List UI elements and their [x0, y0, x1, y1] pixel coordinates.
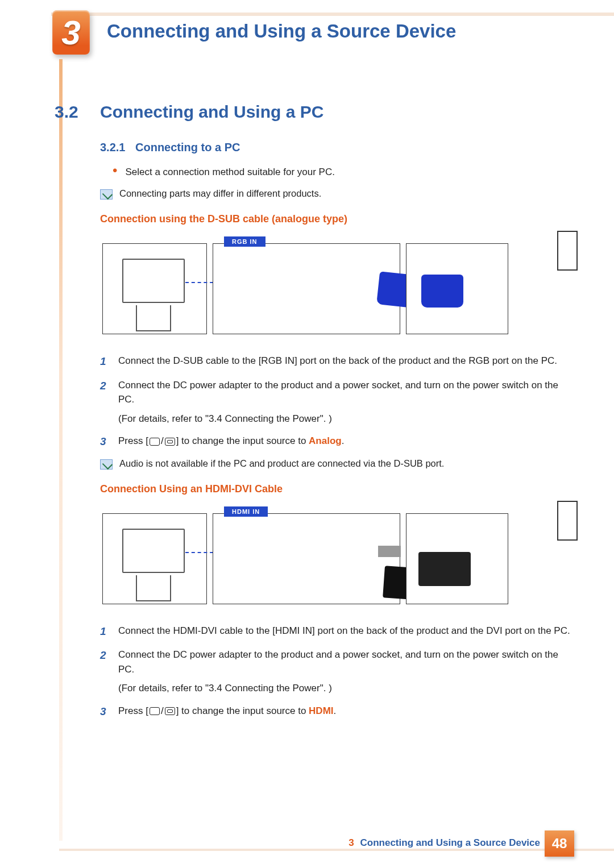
chapter-badge: 3 [52, 10, 90, 55]
chapter-title: Connecting and Using a Source Device [107, 20, 456, 42]
step-fragment: . [334, 705, 337, 716]
monitor-stand-icon [136, 575, 171, 601]
subsection-number: 3.2.1 [100, 141, 135, 154]
note-icon [100, 189, 113, 200]
step-item: 3 Press [/] to change the input source t… [100, 434, 574, 450]
subsection-heading: 3.2.1 Connecting to a PC [100, 141, 574, 154]
step-item: 1 Connect the HDMI-DVI cable to the [HDM… [100, 624, 574, 640]
subsection-title: Connecting to a PC [135, 141, 240, 154]
step-text: Connect the D-SUB cable to the [RGB IN] … [118, 354, 557, 370]
note-icon [100, 459, 113, 470]
step-text-line: Connect the DC power adapter to the prod… [118, 649, 558, 675]
step-subtext: (For details, refer to "3.4 Connecting t… [118, 681, 574, 696]
step-item: 2 Connect the DC power adapter to the pr… [100, 378, 574, 426]
keyword: Analog [309, 435, 342, 446]
step-fragment: Press [ [118, 705, 148, 716]
footer-chapter-title: Connecting and Using a Source Device [360, 837, 540, 848]
footer-chapter-number: 3 [349, 837, 354, 848]
note-row: Connecting parts may differ in different… [100, 188, 574, 200]
dsub-connector-icon [421, 275, 463, 308]
port-label-hdmi: HDMI IN [224, 506, 268, 517]
monitor-icon [122, 529, 185, 573]
steps-list-b: 1 Connect the HDMI-DVI cable to the [HDM… [100, 624, 574, 720]
step-text: Press [/] to change the input source to … [118, 434, 344, 450]
section-heading: 3.2 Connecting and Using a PC [55, 102, 574, 122]
step-item: 2 Connect the DC power adapter to the pr… [100, 647, 574, 696]
figure-dsub: RGB IN [100, 238, 574, 340]
step-fragment: / [161, 705, 164, 716]
figure-hdmi-dvi: HDMI IN [100, 508, 574, 610]
step-number: 1 [100, 624, 118, 640]
step-item: 1 Connect the D-SUB cable to the [RGB IN… [100, 354, 574, 370]
keyword: HDMI [309, 705, 333, 716]
hdmi-tip-icon [378, 546, 401, 557]
method-a-heading: Connection using the D-SUB cable (analog… [100, 213, 574, 225]
source-button-icon [165, 438, 175, 446]
figure-cable-box [213, 243, 400, 334]
note-text: Audio is not available if the PC and pro… [119, 458, 444, 469]
step-text-line: Connect the DC power adapter to the prod… [118, 380, 558, 405]
note-text: Connecting parts may differ in different… [119, 188, 321, 199]
bullet-item: • Select a connection method suitable fo… [113, 167, 574, 178]
step-text: Press [/] to change the input source to … [118, 704, 336, 720]
figure-monitor-box [102, 513, 207, 604]
source-button-icon [150, 707, 160, 715]
monitor-icon [122, 259, 185, 303]
step-text: Connect the DC power adapter to the prod… [118, 378, 574, 426]
step-text: Connect the HDMI-DVI cable to the [HDMI … [118, 624, 570, 640]
footer-divider [59, 849, 614, 851]
step-number: 2 [100, 378, 118, 426]
chapter-number: 3 [61, 13, 80, 52]
source-button-icon [150, 438, 160, 446]
step-fragment: Press [ [118, 435, 148, 446]
section-number: 3.2 [55, 102, 100, 122]
source-button-icon [165, 707, 175, 715]
page-number-badge: 48 [545, 830, 574, 857]
note-row: Audio is not available if the PC and pro… [100, 458, 574, 470]
pc-tower-icon [557, 231, 578, 271]
figure-pc-box [406, 243, 508, 334]
step-text: Connect the DC power adapter to the prod… [118, 647, 574, 696]
page-content: 3.2 Connecting and Using a PC 3.2.1 Conn… [55, 102, 574, 728]
step-number: 3 [100, 434, 118, 450]
bullet-text: Select a connection method suitable for … [125, 167, 335, 178]
figure-cable-box [213, 513, 400, 604]
step-fragment: / [161, 435, 164, 446]
monitor-stand-icon [136, 305, 171, 331]
dvi-connector-icon [418, 552, 471, 586]
pc-tower-icon [557, 501, 578, 541]
step-number: 2 [100, 647, 118, 696]
step-subtext: (For details, refer to "3.4 Connecting t… [118, 412, 574, 426]
step-fragment: . [342, 435, 345, 446]
step-fragment: ] to change the input source to [176, 435, 309, 446]
step-number: 3 [100, 704, 118, 720]
page-number: 48 [552, 836, 567, 852]
step-number: 1 [100, 354, 118, 370]
step-fragment: ] to change the input source to [176, 705, 309, 716]
method-b-heading: Connection Using an HDMI-DVI Cable [100, 483, 574, 495]
step-item: 3 Press [/] to change the input source t… [100, 704, 574, 720]
section-title: Connecting and Using a PC [100, 102, 323, 122]
port-label-rgb: RGB IN [224, 236, 265, 247]
footer-text: 3 Connecting and Using a Source Device [349, 837, 540, 849]
figure-monitor-box [102, 243, 207, 334]
steps-list-a: 1 Connect the D-SUB cable to the [RGB IN… [100, 354, 574, 450]
top-divider [51, 13, 614, 16]
bullet-dot-icon: • [113, 167, 117, 178]
